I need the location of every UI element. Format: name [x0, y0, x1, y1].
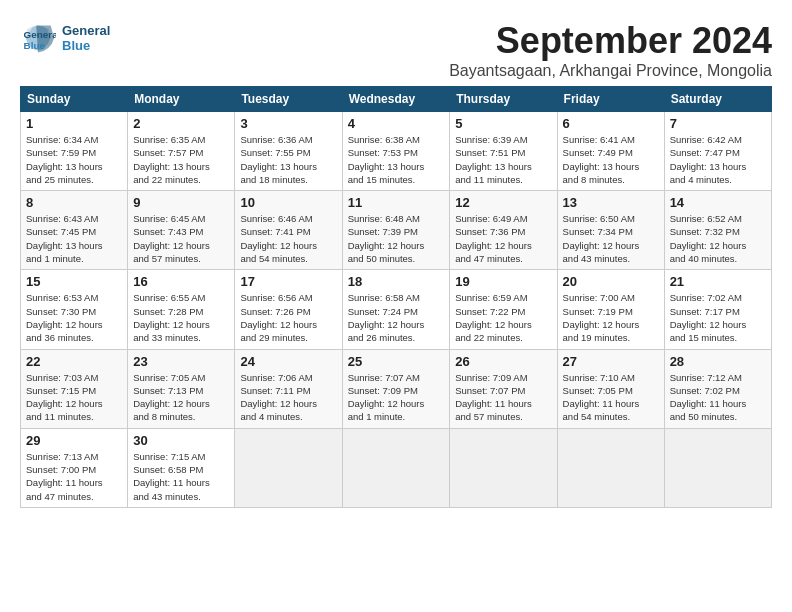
- calendar-cell: 4Sunrise: 6:38 AM Sunset: 7:53 PM Daylig…: [342, 112, 450, 191]
- day-detail: Sunrise: 6:45 AM Sunset: 7:43 PM Dayligh…: [133, 212, 229, 265]
- title-area: September 2024 Bayantsagaan, Arkhangai P…: [449, 20, 772, 80]
- day-detail: Sunrise: 6:41 AM Sunset: 7:49 PM Dayligh…: [563, 133, 659, 186]
- day-detail: Sunrise: 7:06 AM Sunset: 7:11 PM Dayligh…: [240, 371, 336, 424]
- day-detail: Sunrise: 7:10 AM Sunset: 7:05 PM Dayligh…: [563, 371, 659, 424]
- day-number: 26: [455, 354, 551, 369]
- day-detail: Sunrise: 6:56 AM Sunset: 7:26 PM Dayligh…: [240, 291, 336, 344]
- day-number: 15: [26, 274, 122, 289]
- day-detail: Sunrise: 6:39 AM Sunset: 7:51 PM Dayligh…: [455, 133, 551, 186]
- day-detail: Sunrise: 7:12 AM Sunset: 7:02 PM Dayligh…: [670, 371, 766, 424]
- day-number: 17: [240, 274, 336, 289]
- day-number: 10: [240, 195, 336, 210]
- day-number: 20: [563, 274, 659, 289]
- calendar-cell: 14Sunrise: 6:52 AM Sunset: 7:32 PM Dayli…: [664, 191, 771, 270]
- day-detail: Sunrise: 7:13 AM Sunset: 7:00 PM Dayligh…: [26, 450, 122, 503]
- day-detail: Sunrise: 6:38 AM Sunset: 7:53 PM Dayligh…: [348, 133, 445, 186]
- day-number: 23: [133, 354, 229, 369]
- day-number: 21: [670, 274, 766, 289]
- calendar-cell: 2Sunrise: 6:35 AM Sunset: 7:57 PM Daylig…: [128, 112, 235, 191]
- day-number: 8: [26, 195, 122, 210]
- day-number: 25: [348, 354, 445, 369]
- day-number: 27: [563, 354, 659, 369]
- day-detail: Sunrise: 6:48 AM Sunset: 7:39 PM Dayligh…: [348, 212, 445, 265]
- day-number: 28: [670, 354, 766, 369]
- calendar-cell: 13Sunrise: 6:50 AM Sunset: 7:34 PM Dayli…: [557, 191, 664, 270]
- day-detail: Sunrise: 6:53 AM Sunset: 7:30 PM Dayligh…: [26, 291, 122, 344]
- calendar-cell: 22Sunrise: 7:03 AM Sunset: 7:15 PM Dayli…: [21, 349, 128, 428]
- calendar-cell: [235, 428, 342, 507]
- calendar-cell: 30Sunrise: 7:15 AM Sunset: 6:58 PM Dayli…: [128, 428, 235, 507]
- calendar-cell: [557, 428, 664, 507]
- calendar-cell: 11Sunrise: 6:48 AM Sunset: 7:39 PM Dayli…: [342, 191, 450, 270]
- day-number: 11: [348, 195, 445, 210]
- logo-text-blue: Blue: [62, 38, 110, 53]
- day-number: 6: [563, 116, 659, 131]
- calendar-cell: 24Sunrise: 7:06 AM Sunset: 7:11 PM Dayli…: [235, 349, 342, 428]
- calendar-cell: 15Sunrise: 6:53 AM Sunset: 7:30 PM Dayli…: [21, 270, 128, 349]
- col-header-thursday: Thursday: [450, 87, 557, 112]
- calendar-cell: 10Sunrise: 6:46 AM Sunset: 7:41 PM Dayli…: [235, 191, 342, 270]
- day-number: 9: [133, 195, 229, 210]
- day-number: 5: [455, 116, 551, 131]
- col-header-wednesday: Wednesday: [342, 87, 450, 112]
- calendar-table: SundayMondayTuesdayWednesdayThursdayFrid…: [20, 86, 772, 508]
- calendar-cell: [342, 428, 450, 507]
- day-detail: Sunrise: 6:43 AM Sunset: 7:45 PM Dayligh…: [26, 212, 122, 265]
- calendar-cell: 20Sunrise: 7:00 AM Sunset: 7:19 PM Dayli…: [557, 270, 664, 349]
- calendar-cell: 23Sunrise: 7:05 AM Sunset: 7:13 PM Dayli…: [128, 349, 235, 428]
- calendar-cell: 28Sunrise: 7:12 AM Sunset: 7:02 PM Dayli…: [664, 349, 771, 428]
- day-number: 22: [26, 354, 122, 369]
- calendar-cell: 7Sunrise: 6:42 AM Sunset: 7:47 PM Daylig…: [664, 112, 771, 191]
- day-detail: Sunrise: 7:03 AM Sunset: 7:15 PM Dayligh…: [26, 371, 122, 424]
- calendar-cell: 17Sunrise: 6:56 AM Sunset: 7:26 PM Dayli…: [235, 270, 342, 349]
- calendar-cell: 1Sunrise: 6:34 AM Sunset: 7:59 PM Daylig…: [21, 112, 128, 191]
- day-detail: Sunrise: 6:50 AM Sunset: 7:34 PM Dayligh…: [563, 212, 659, 265]
- calendar-cell: 27Sunrise: 7:10 AM Sunset: 7:05 PM Dayli…: [557, 349, 664, 428]
- calendar-cell: [450, 428, 557, 507]
- day-detail: Sunrise: 7:02 AM Sunset: 7:17 PM Dayligh…: [670, 291, 766, 344]
- calendar-cell: 9Sunrise: 6:45 AM Sunset: 7:43 PM Daylig…: [128, 191, 235, 270]
- col-header-monday: Monday: [128, 87, 235, 112]
- day-detail: Sunrise: 7:15 AM Sunset: 6:58 PM Dayligh…: [133, 450, 229, 503]
- day-detail: Sunrise: 6:55 AM Sunset: 7:28 PM Dayligh…: [133, 291, 229, 344]
- day-number: 24: [240, 354, 336, 369]
- page-header: General Blue General Blue September 2024…: [20, 20, 772, 80]
- calendar-cell: 8Sunrise: 6:43 AM Sunset: 7:45 PM Daylig…: [21, 191, 128, 270]
- col-header-friday: Friday: [557, 87, 664, 112]
- day-detail: Sunrise: 6:52 AM Sunset: 7:32 PM Dayligh…: [670, 212, 766, 265]
- day-detail: Sunrise: 6:34 AM Sunset: 7:59 PM Dayligh…: [26, 133, 122, 186]
- day-detail: Sunrise: 6:36 AM Sunset: 7:55 PM Dayligh…: [240, 133, 336, 186]
- day-number: 3: [240, 116, 336, 131]
- col-header-sunday: Sunday: [21, 87, 128, 112]
- svg-text:General: General: [24, 29, 56, 40]
- day-detail: Sunrise: 6:59 AM Sunset: 7:22 PM Dayligh…: [455, 291, 551, 344]
- day-detail: Sunrise: 6:35 AM Sunset: 7:57 PM Dayligh…: [133, 133, 229, 186]
- day-number: 19: [455, 274, 551, 289]
- calendar-cell: 6Sunrise: 6:41 AM Sunset: 7:49 PM Daylig…: [557, 112, 664, 191]
- calendar-cell: 12Sunrise: 6:49 AM Sunset: 7:36 PM Dayli…: [450, 191, 557, 270]
- day-detail: Sunrise: 6:49 AM Sunset: 7:36 PM Dayligh…: [455, 212, 551, 265]
- calendar-cell: 18Sunrise: 6:58 AM Sunset: 7:24 PM Dayli…: [342, 270, 450, 349]
- day-number: 2: [133, 116, 229, 131]
- day-number: 29: [26, 433, 122, 448]
- calendar-cell: [664, 428, 771, 507]
- col-header-tuesday: Tuesday: [235, 87, 342, 112]
- logo-icon: General Blue: [20, 20, 56, 56]
- calendar-cell: 21Sunrise: 7:02 AM Sunset: 7:17 PM Dayli…: [664, 270, 771, 349]
- day-detail: Sunrise: 6:46 AM Sunset: 7:41 PM Dayligh…: [240, 212, 336, 265]
- calendar-cell: 25Sunrise: 7:07 AM Sunset: 7:09 PM Dayli…: [342, 349, 450, 428]
- day-number: 18: [348, 274, 445, 289]
- calendar-cell: 19Sunrise: 6:59 AM Sunset: 7:22 PM Dayli…: [450, 270, 557, 349]
- logo-text-general: General: [62, 23, 110, 38]
- location-title: Bayantsagaan, Arkhangai Province, Mongol…: [449, 62, 772, 80]
- day-number: 1: [26, 116, 122, 131]
- svg-text:Blue: Blue: [24, 40, 46, 51]
- day-detail: Sunrise: 7:09 AM Sunset: 7:07 PM Dayligh…: [455, 371, 551, 424]
- day-detail: Sunrise: 6:58 AM Sunset: 7:24 PM Dayligh…: [348, 291, 445, 344]
- day-detail: Sunrise: 7:07 AM Sunset: 7:09 PM Dayligh…: [348, 371, 445, 424]
- day-number: 4: [348, 116, 445, 131]
- day-detail: Sunrise: 6:42 AM Sunset: 7:47 PM Dayligh…: [670, 133, 766, 186]
- day-number: 14: [670, 195, 766, 210]
- calendar-cell: 16Sunrise: 6:55 AM Sunset: 7:28 PM Dayli…: [128, 270, 235, 349]
- day-number: 7: [670, 116, 766, 131]
